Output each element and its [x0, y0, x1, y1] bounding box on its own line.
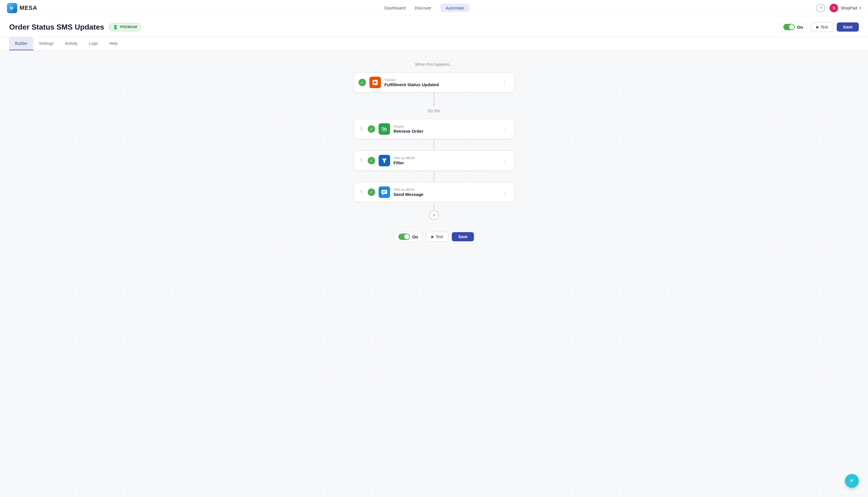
user-avatar: S [829, 4, 838, 12]
svg-rect-10 [381, 190, 387, 194]
filter-check-icon: ✓ [368, 157, 375, 164]
shopify-action: Retrieve Order [394, 129, 496, 133]
bottom-toggle-track [398, 233, 410, 240]
toggle-thumb [789, 25, 794, 30]
nav-links: Dashboard Discover Automate [384, 4, 469, 12]
action-label: Do this [428, 109, 440, 113]
shopify-app-icon: 🛍 [379, 123, 390, 135]
connector-1 [434, 93, 434, 104]
logo-text: MESA [19, 4, 37, 11]
page-title-area: Order Status SMS Updates 💲 PREMIUM [9, 23, 141, 32]
flow-canvas: When this happens... ✓ Tracktor Fulfillm… [0, 51, 868, 496]
filter-action: Filter [394, 160, 496, 165]
shopify-app-name: Shopify [394, 125, 496, 128]
bottom-test-label: Test [436, 235, 443, 239]
top-nav: M MESA Dashboard Discover Automate ? S S… [0, 0, 868, 16]
nav-automate[interactable]: Automate [441, 4, 469, 12]
test-label: Test [821, 25, 828, 29]
play-icon: ▶ [816, 25, 819, 29]
connector-3 [434, 171, 434, 182]
tab-settings[interactable]: Settings [33, 37, 59, 50]
trigger-check-icon: ✓ [358, 79, 366, 86]
shopify-menu-button[interactable]: ⋮ [500, 125, 510, 133]
svg-rect-13 [383, 192, 385, 193]
trigger-action: Fulfillment Status Updated [384, 82, 496, 87]
tabs-bar: Builder Settings Activity Logs Help [0, 37, 868, 51]
drag-handle-shopify[interactable]: ⠿ [358, 126, 364, 132]
bottom-save-button[interactable]: Save [452, 232, 474, 241]
logo-area: M MESA [7, 3, 37, 13]
bottom-test-button[interactable]: ▶ Test [426, 232, 448, 242]
connector-2 [434, 139, 434, 151]
flow-wrapper: When this happens... ✓ Tracktor Fulfillm… [9, 62, 859, 242]
sms-card[interactable]: ⠿ ✓ SMS by MESA Send Message ⋮ [354, 182, 514, 202]
filter-app-icon [379, 155, 390, 166]
add-step-button[interactable]: + [429, 210, 439, 220]
bottom-play-icon: ▶ [431, 235, 434, 239]
logo-icon: M [7, 3, 17, 13]
sms-app-icon [379, 186, 390, 198]
sms-action: Send Message [394, 192, 496, 197]
test-button[interactable]: ▶ Test [811, 22, 834, 32]
toggle-track [783, 24, 795, 30]
shopify-check-icon: ✓ [368, 125, 375, 133]
filter-info: Filter by MESA Filter [394, 156, 496, 165]
user-name: ShopPad [840, 6, 857, 10]
chat-fab[interactable] [845, 474, 859, 488]
svg-text:M: M [10, 6, 13, 10]
drag-handle-filter[interactable]: ⠿ [358, 158, 364, 164]
nav-dashboard[interactable]: Dashboard [384, 5, 405, 10]
premium-label: PREMIUM [120, 25, 137, 29]
filter-card[interactable]: ⠿ ✓ Filter by MESA Filter ⋮ [354, 151, 514, 171]
help-button[interactable]: ? [816, 4, 825, 12]
sms-menu-button[interactable]: ⋮ [500, 188, 510, 197]
shopify-card[interactable]: ⠿ ✓ 🛍 Shopify Retrieve Order ⋮ [354, 119, 514, 139]
svg-text:🛍: 🛍 [381, 126, 387, 132]
tracktor-app-icon [369, 77, 381, 88]
filter-menu-button[interactable]: ⋮ [500, 156, 510, 165]
toggle-label: On [797, 25, 803, 30]
tab-help[interactable]: Help [104, 37, 123, 50]
sms-check-icon: ✓ [368, 188, 375, 196]
tab-activity[interactable]: Activity [59, 37, 83, 50]
filter-app-name: Filter by MESA [394, 156, 496, 160]
trigger-info: Tracktor Fulfillment Status Updated [384, 78, 496, 87]
sms-info: SMS by MESA Send Message [394, 188, 496, 197]
trigger-menu-button[interactable]: ⋮ [500, 78, 510, 87]
chevron-down-icon: ▾ [859, 6, 861, 10]
save-button[interactable]: Save [837, 23, 859, 32]
bottom-toggle-thumb [404, 234, 409, 239]
user-badge[interactable]: S ShopPad ▾ [829, 4, 861, 12]
bottom-actions: On ▶ Test Save [394, 231, 474, 242]
drag-handle-sms[interactable]: ⠿ [358, 189, 364, 195]
trigger-label: When this happens... [415, 62, 453, 67]
tab-builder[interactable]: Builder [9, 37, 33, 50]
page-header: Order Status SMS Updates 💲 PREMIUM On ▶ … [0, 16, 868, 37]
toggle-switch[interactable] [783, 24, 795, 30]
tab-logs[interactable]: Logs [84, 37, 104, 50]
trigger-card[interactable]: ✓ Tracktor Fulfillment Status Updated ⋮ [354, 72, 514, 93]
header-toggle[interactable]: On [779, 22, 807, 32]
header-actions: On ▶ Test Save [779, 22, 859, 32]
premium-badge: 💲 PREMIUM [109, 23, 141, 31]
trigger-app-name: Tracktor [384, 78, 496, 82]
page-title: Order Status SMS Updates [9, 23, 104, 32]
premium-icon: 💲 [113, 25, 118, 30]
nav-right: ? S ShopPad ▾ [816, 4, 861, 12]
nav-discover[interactable]: Discover [415, 5, 431, 10]
bottom-toggle-switch[interactable] [398, 233, 410, 240]
bottom-toggle[interactable]: On [394, 231, 423, 242]
svg-rect-12 [383, 191, 386, 191]
sms-app-name: SMS by MESA [394, 188, 496, 191]
shopify-info: Shopify Retrieve Order [394, 125, 496, 133]
bottom-toggle-label: On [412, 235, 418, 239]
